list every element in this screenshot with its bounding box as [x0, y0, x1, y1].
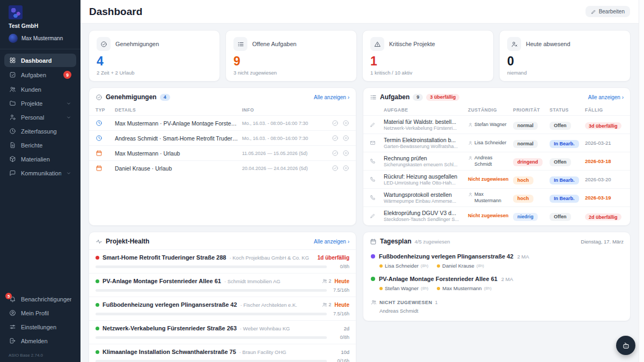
x-circle-icon [342, 120, 349, 127]
edit-button[interactable]: Bearbeiten [586, 6, 630, 17]
day-plan-item[interactable]: Fußbodenheizung verlegen Plinganserstraß… [363, 249, 630, 272]
project-row[interactable]: Smart-Home Retrofit Truderinger Straße 2… [89, 249, 356, 273]
reject-button[interactable] [342, 120, 349, 127]
person-name: Max Mustermann [442, 285, 481, 291]
task-assignee: Lisa Schneider [474, 140, 507, 146]
approve-button[interactable] [332, 150, 339, 157]
stat-label: Kritische Projekte [389, 41, 435, 47]
approve-button[interactable] [332, 165, 339, 172]
task-row[interactable]: Wartungsprotokoll erstellen Wärmepumpe E… [363, 188, 630, 206]
day-plan-date: Dienstag, 17. März [581, 239, 624, 245]
project-row[interactable]: PV-Anlage Montage Forstenrieder Allee 61… [89, 273, 356, 297]
status-badge: Offen [550, 122, 571, 130]
check-circle-icon [332, 120, 339, 127]
reject-button[interactable] [342, 165, 349, 172]
project-health-panel: Projekt-Health Alle anzeigen › Smart-Hom… [89, 232, 356, 362]
day-plan-person[interactable]: Max Mustermann (8h) [437, 285, 492, 291]
sidebar-item-personal[interactable]: Personal [4, 110, 76, 124]
approval-row[interactable]: Max Mustermann · PV-Anlage Montage Forst… [89, 115, 356, 130]
sidebar-item-benachrichtigungen[interactable]: 5 Benachrichtigungen [4, 292, 76, 306]
day-plan-person[interactable]: Lisa Schneider (8h) [379, 263, 428, 269]
sidebar-item-dashboard[interactable]: Dashboard [4, 54, 76, 67]
approval-info: Mo., 16.03. - 08:00–16:00 7:30 [242, 121, 323, 126]
project-row[interactable]: Fußbodenheizung verlegen Plinganserstraß… [89, 297, 356, 320]
chevron-down-icon [66, 101, 71, 106]
reject-button[interactable] [342, 135, 349, 142]
person-dot [379, 287, 383, 290]
user-menu[interactable]: Max Mustermann [9, 34, 72, 43]
sidebar-item-kommunikation[interactable]: Kommunikation [4, 166, 76, 180]
column-header: INFO [242, 105, 323, 115]
approve-button[interactable] [332, 120, 339, 127]
day-plan-person[interactable]: Daniel Krause (8h) [437, 263, 484, 269]
status-dot [96, 303, 99, 307]
sidebar-item-aufgaben[interactable]: Aufgaben 9 [4, 68, 76, 82]
column-header: PRIORITÄT [513, 105, 546, 115]
sidebar-item-kunden[interactable]: Kunden [4, 83, 76, 96]
project-customer: · Braun Facility OHG [239, 349, 338, 355]
day-plan-person[interactable]: Stefan Wagner (8h) [379, 285, 428, 291]
sidebar-item-zeiterfassung[interactable]: Zeiterfassung [4, 124, 76, 138]
stat-card-heute-abwesend[interactable]: Heute abwesend 0 niemand [499, 30, 631, 82]
status-badge: In Bearb. [550, 176, 579, 184]
task-project: Netzwerk-Verkabelung Fürstenri... [384, 125, 465, 131]
tasks-show-all-link[interactable]: Alle anzeigen › [588, 94, 624, 100]
app-version: ASIO Base 2.74.0 [9, 353, 43, 358]
approvals-table-header: TYP DETAILS INFO [89, 105, 356, 115]
sidebar-item-berichte[interactable]: Berichte [4, 138, 76, 152]
sidebar: Test GmbH Max Mustermann Dashboard Aufga… [0, 0, 80, 362]
day-plan-item[interactable]: PV-Anlage Montage Forstenrieder Allee 61… [363, 272, 630, 294]
approve-button[interactable] [332, 135, 339, 142]
project-name: Netzwerk-Verkabelung Fürstenrieder Straß… [103, 325, 237, 331]
task-row[interactable]: Material für Waldstr. bestell... Netzwer… [363, 115, 630, 134]
day-plan-ma-count: 2 MA [517, 254, 529, 260]
project-health-show-all-link[interactable]: Alle anzeigen › [314, 239, 349, 245]
stat-card-kritische-projekte[interactable]: Kritische Projekte 1 1 kritisch / 10 akt… [362, 30, 494, 82]
sidebar-item-einstellungen[interactable]: Einstellungen [4, 320, 76, 334]
status-badge: Offen [550, 213, 571, 221]
sidebar-item-materialien[interactable]: Materialien [4, 152, 76, 166]
reject-button[interactable] [342, 150, 349, 157]
person-icon [468, 192, 473, 197]
task-row[interactable]: Termin Elektroinstallation b... Garten-B… [363, 134, 630, 152]
sidebar-item-mein-profil[interactable]: Mein Profil [4, 306, 76, 320]
divider [0, 49, 80, 49]
project-customer: · Fischer Architekten e.K. [240, 302, 319, 308]
task-project: LED-Umrüstung Halle Otto-Hah... [384, 180, 465, 186]
stat-card-offene-aufgaben[interactable]: Offene Aufgaben 9 3 nicht zugewiesen [225, 30, 357, 82]
scrollbar[interactable] [639, 0, 644, 362]
sidebar-item-label: Einstellungen [21, 324, 56, 330]
stat-sub: 3 nicht zugewiesen [233, 70, 349, 76]
project-hours: 7.5/16h [331, 311, 349, 316]
chatbot-fab-button[interactable] [616, 336, 635, 355]
project-row[interactable]: Klimaanlage Installation Schwanthalerstr… [89, 344, 356, 362]
approval-row[interactable]: Max Mustermann · Urlaub 11.05.2026 — 15.… [89, 145, 356, 160]
due-badge: 3d überfällig [585, 122, 621, 129]
approvals-show-all-link[interactable]: Alle anzeigen › [314, 94, 349, 100]
project-dot [371, 254, 375, 258]
calendar-icon [96, 150, 103, 157]
stat-card-genehmigungen[interactable]: Genehmigungen 4 2 Zeit + 2 Urlaub [89, 30, 220, 82]
sliders-icon [9, 323, 16, 330]
sidebar-footer: 5 Benachrichtigungen Mein Profil Einstel… [0, 292, 80, 348]
task-row[interactable]: Elektroprüfung DGUV V3 d... Steckdosen-T… [363, 206, 630, 225]
person-hours: (8h) [477, 263, 484, 268]
task-row[interactable]: Rechnung prüfen Sicherungskasten erneuer… [363, 152, 630, 170]
stat-sub: niemand [507, 70, 623, 76]
task-title: Wartungsprotokoll erstellen [384, 191, 465, 198]
task-title: Material für Waldstr. bestell... [384, 119, 465, 125]
calendar-icon [96, 165, 103, 172]
project-customer: · Schmidt Immobilien AG [224, 278, 319, 284]
project-row[interactable]: Netzwerk-Verkabelung Fürstenrieder Straß… [89, 320, 356, 344]
sidebar-item-projekte[interactable]: Projekte [4, 97, 76, 110]
approval-row[interactable]: Daniel Krause · Urlaub 20.04.2026 — 24.0… [89, 160, 356, 175]
project-hours: 0/8h [331, 335, 349, 340]
priority-badge: niedrig [513, 213, 538, 221]
sidebar-item-label: Aufgaben [21, 72, 46, 78]
approval-row[interactable]: Andreas Schmidt · Smart-Home Retrofit Tr… [89, 130, 356, 145]
approval-info: 20.04.2026 — 24.04.2026 (5d) [242, 166, 323, 171]
sidebar-item-abmelden[interactable]: Abmelden [4, 334, 76, 348]
edit-button-label: Bearbeiten [599, 9, 625, 14]
notification-count-badge: 5 [5, 293, 12, 299]
task-row[interactable]: Rückruf: Heizung ausgefallen LED-Umrüstu… [363, 170, 630, 188]
